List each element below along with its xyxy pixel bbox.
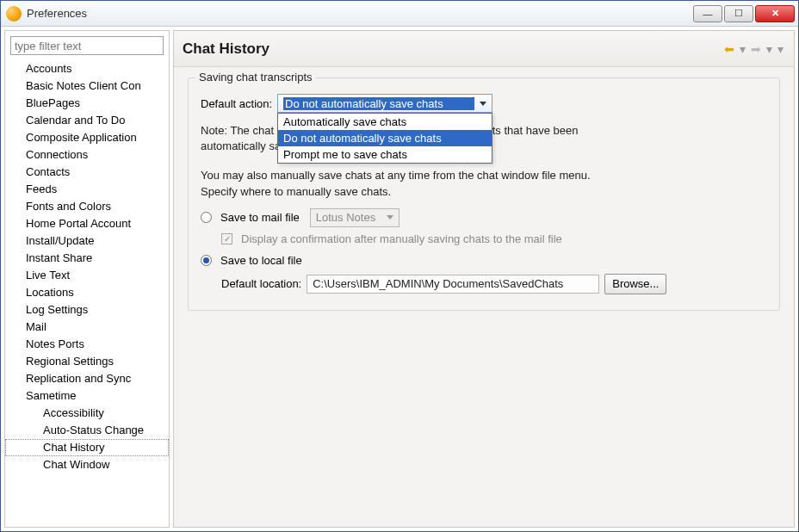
tree-item[interactable]: Calendar and To Do (5, 112, 169, 129)
tree-item[interactable]: Replication and Sync (5, 370, 169, 387)
tree-item[interactable]: Connections (5, 146, 169, 164)
content-pane: Chat History ⬅ ▾ ➡ ▾ ▾ Saving chat trans… (173, 30, 795, 528)
close-button[interactable]: ✕ (755, 5, 795, 22)
confirm-checkbox: ✓ (221, 233, 232, 244)
dropdown-option[interactable]: Automatically save chats (278, 114, 492, 130)
back-icon[interactable]: ⬅ (722, 42, 736, 56)
tree-item[interactable]: Locations (5, 284, 169, 301)
default-action-row: Default action: Do not automatically sav… (201, 94, 767, 113)
tree-item[interactable]: Accounts (5, 60, 169, 77)
panel: Saving chat transcripts Default action: … (174, 67, 794, 321)
client-area: AccountsBasic Notes Client ConBluePagesC… (1, 27, 798, 531)
forward-menu-icon[interactable]: ▾ (765, 42, 774, 56)
tree-item[interactable]: Mail (5, 319, 169, 336)
save-mail-row: Save to mail file Lotus Notes (201, 208, 767, 227)
filter-input[interactable] (10, 36, 164, 55)
maximize-button[interactable]: ☐ (724, 5, 753, 22)
tree-item[interactable]: Log Settings (5, 301, 169, 319)
chevron-down-icon (480, 102, 486, 106)
tree-item[interactable]: Basic Notes Client Con (5, 77, 169, 95)
minimize-button[interactable]: — (693, 5, 722, 22)
tree-item[interactable]: Instant Share (5, 250, 169, 267)
mail-file-combo: Lotus Notes (310, 208, 400, 227)
saving-transcripts-group: Saving chat transcripts Default action: … (188, 77, 780, 311)
page-title: Chat History (183, 40, 722, 58)
titlebar: Preferences — ☐ ✕ (1, 1, 798, 27)
mail-file-value: Lotus Notes (316, 211, 375, 224)
tree-item-child[interactable]: Accessibility (5, 405, 169, 422)
default-location-field[interactable]: C:\Users\IBM_ADMIN\My Documents\SavedCha… (307, 275, 599, 294)
content-header: Chat History ⬅ ▾ ➡ ▾ ▾ (174, 31, 794, 67)
confirm-row: ✓ Display a confirmation after manually … (221, 232, 767, 245)
dropdown-option[interactable]: Prompt me to save chats (278, 146, 492, 163)
save-mail-radio[interactable] (201, 212, 212, 223)
default-location-row: Default location: C:\Users\IBM_ADMIN\My … (221, 274, 767, 294)
window-title: Preferences (27, 7, 691, 20)
sidebar: AccountsBasic Notes Client ConBluePagesC… (4, 30, 170, 528)
tree-item[interactable]: Contacts (5, 164, 169, 181)
forward-icon[interactable]: ➡ (749, 42, 763, 56)
tree-item[interactable]: Live Text (5, 267, 169, 284)
tree-item[interactable]: Notes Ports (5, 336, 169, 353)
tree-item-child[interactable]: Auto-Status Change (5, 422, 169, 439)
chevron-down-icon (387, 215, 393, 220)
tree-item-child[interactable]: Chat Window (5, 456, 169, 473)
default-action-value: Do not automatically save chats (283, 97, 474, 110)
app-icon (6, 6, 22, 22)
window-controls: — ☐ ✕ (691, 5, 795, 22)
tree-item-child[interactable]: Chat History (5, 439, 169, 456)
tree-item[interactable]: Fonts and Colors (5, 198, 169, 215)
default-action-dropdown[interactable]: Automatically save chatsDo not automatic… (277, 113, 492, 164)
default-location-label: Default location: (221, 277, 301, 290)
preference-tree[interactable]: AccountsBasic Notes Client ConBluePagesC… (5, 60, 169, 527)
menu-icon[interactable]: ▾ (776, 42, 785, 56)
note-manual-save: You may also manually save chats at any … (201, 168, 614, 199)
tree-item[interactable]: Sametime (5, 387, 169, 405)
dropdown-option[interactable]: Do not automatically save chats (278, 130, 492, 146)
group-title: Saving chat transcripts (195, 71, 316, 84)
default-action-select[interactable]: Do not automatically save chats Automati… (277, 94, 492, 113)
tree-item[interactable]: Regional Settings (5, 353, 169, 370)
default-action-button[interactable]: Do not automatically save chats (277, 94, 492, 113)
save-local-label: Save to local file (220, 254, 302, 267)
confirm-label: Display a confirmation after manually sa… (241, 232, 562, 245)
default-location-value: C:\Users\IBM_ADMIN\My Documents\SavedCha… (313, 277, 563, 290)
save-local-radio[interactable] (201, 255, 212, 266)
tree-item[interactable]: Composite Application (5, 129, 169, 146)
header-nav: ⬅ ▾ ➡ ▾ ▾ (722, 42, 785, 56)
default-action-label: Default action: (201, 97, 272, 110)
tree-item[interactable]: Home Portal Account (5, 215, 169, 232)
tree-item[interactable]: Feeds (5, 181, 169, 198)
save-local-row: Save to local file (201, 254, 767, 267)
tree-item[interactable]: BluePages (5, 95, 169, 112)
save-mail-label: Save to mail file (220, 211, 300, 224)
back-menu-icon[interactable]: ▾ (738, 42, 747, 56)
browse-button[interactable]: Browse... (604, 274, 666, 294)
tree-item[interactable]: Install/Update (5, 232, 169, 250)
